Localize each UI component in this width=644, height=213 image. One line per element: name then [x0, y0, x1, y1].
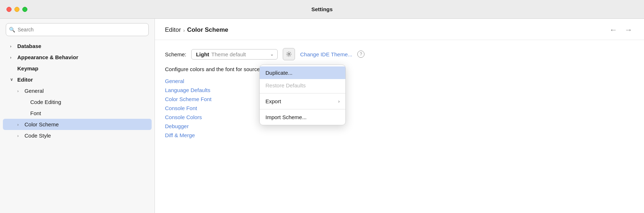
title-bar: Settings: [0, 0, 644, 19]
sidebar-item-list: › Database › Appearance & Behavior › Key…: [0, 40, 155, 213]
sidebar: 🔍 › Database › Appearance & Behavior › K…: [0, 19, 155, 213]
dropdown-arrow-icon: ⌄: [270, 52, 274, 57]
sidebar-item-code-style[interactable]: › Code Style: [3, 130, 152, 141]
menu-item-duplicate[interactable]: Duplicate...: [260, 66, 345, 79]
minimize-button[interactable]: [14, 7, 19, 12]
menu-item-export[interactable]: Export ›: [260, 95, 345, 108]
scheme-name-bold: Light: [196, 51, 209, 57]
gear-icon: [286, 51, 292, 57]
menu-separator-2: [260, 109, 345, 109]
content-body: Scheme: Light Theme default ⌄ Change IDE…: [155, 40, 644, 213]
chevron-right-icon: ›: [17, 134, 22, 138]
scheme-label: Scheme:: [165, 51, 186, 57]
nav-buttons: ← →: [608, 25, 634, 35]
breadcrumb-current: Color Scheme: [187, 26, 228, 34]
menu-item-restore-defaults: Restore Defaults: [260, 79, 345, 92]
search-input[interactable]: [6, 23, 149, 36]
maximize-button[interactable]: [22, 7, 27, 12]
scheme-name-normal: Theme default: [211, 51, 246, 57]
chevron-right-icon: ›: [17, 122, 22, 127]
scheme-dropdown[interactable]: Light Theme default ⌄: [191, 49, 278, 60]
breadcrumb: Editor › Color Scheme: [165, 26, 228, 34]
main-container: 🔍 › Database › Appearance & Behavior › K…: [0, 19, 644, 213]
breadcrumb-parent: Editor: [165, 26, 181, 34]
chevron-down-icon: ∨: [10, 77, 15, 82]
menu-separator-1: [260, 93, 345, 94]
chevron-right-icon: ›: [10, 55, 15, 60]
breadcrumb-separator: ›: [183, 27, 185, 33]
search-bar: 🔍: [6, 23, 149, 36]
content-area: Editor › Color Scheme ← → Scheme: Light …: [155, 19, 644, 213]
link-color-scheme-font[interactable]: Color Scheme Font: [165, 96, 634, 102]
link-console-font[interactable]: Console Font: [165, 105, 634, 111]
sidebar-item-code-editing[interactable]: › Code Editing: [3, 96, 152, 108]
svg-point-0: [288, 53, 290, 55]
help-icon[interactable]: ?: [357, 51, 365, 58]
description-text: Configure colors and the font for source…: [165, 66, 634, 72]
link-console-colors[interactable]: Console Colors: [165, 114, 634, 120]
sidebar-item-database[interactable]: › Database: [3, 40, 152, 52]
forward-button[interactable]: →: [623, 25, 634, 35]
sidebar-item-keymap[interactable]: › Keymap: [3, 63, 152, 74]
link-diff-merge[interactable]: Diff & Merge: [165, 132, 634, 138]
link-general[interactable]: General: [165, 78, 634, 84]
gear-button[interactable]: [283, 48, 295, 60]
menu-item-import-scheme[interactable]: Import Scheme...: [260, 111, 345, 123]
dropdown-menu: Duplicate... Restore Defaults Export › I…: [259, 65, 346, 125]
close-button[interactable]: [6, 7, 12, 12]
chevron-right-icon: ›: [10, 44, 15, 48]
sidebar-item-color-scheme[interactable]: › Color Scheme: [3, 119, 152, 130]
traffic-lights: [6, 7, 27, 12]
change-ide-theme-link[interactable]: Change IDE Theme...: [300, 51, 352, 57]
sidebar-item-editor[interactable]: ∨ Editor: [3, 74, 152, 85]
search-icon: 🔍: [9, 27, 15, 32]
sidebar-item-general[interactable]: › General: [3, 85, 152, 96]
window-title: Settings: [311, 6, 332, 12]
sidebar-item-appearance-behavior[interactable]: › Appearance & Behavior: [3, 52, 152, 63]
link-debugger[interactable]: Debugger: [165, 123, 634, 129]
scheme-row: Scheme: Light Theme default ⌄ Change IDE…: [165, 48, 634, 60]
chevron-right-icon: ›: [17, 89, 22, 93]
submenu-arrow-icon: ›: [338, 99, 340, 104]
sidebar-item-font[interactable]: › Font: [3, 108, 152, 119]
link-list: General Language Defaults Color Scheme F…: [165, 78, 634, 138]
breadcrumb-bar: Editor › Color Scheme ← →: [155, 19, 644, 40]
back-button[interactable]: ←: [608, 25, 619, 35]
link-language-defaults[interactable]: Language Defaults: [165, 87, 634, 93]
